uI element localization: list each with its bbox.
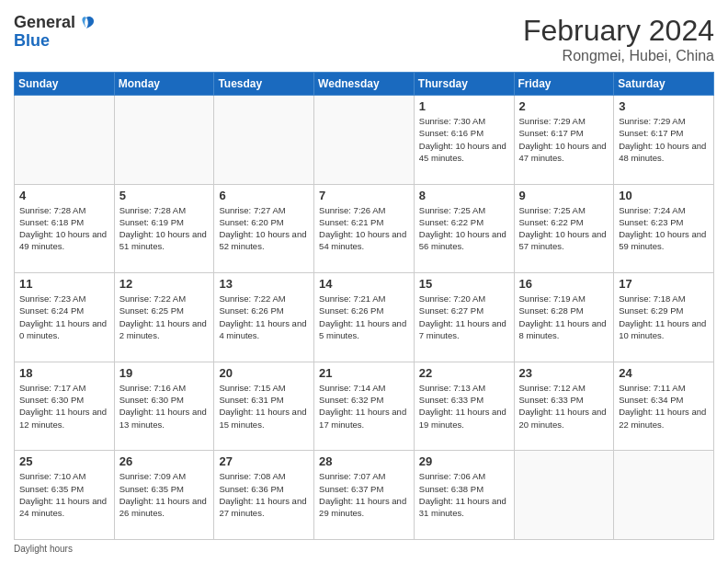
- calendar-cell: 23Sunrise: 7:12 AMSunset: 6:33 PMDayligh…: [514, 362, 614, 451]
- day-number: 12: [119, 277, 210, 291]
- day-info: Sunrise: 7:11 AMSunset: 6:34 PMDaylight:…: [619, 382, 709, 431]
- day-number: 18: [19, 366, 109, 380]
- day-number: 11: [19, 277, 109, 291]
- logo-general: General: [14, 14, 75, 32]
- day-info: Sunrise: 7:10 AMSunset: 6:35 PMDaylight:…: [19, 470, 109, 519]
- week-row-5: 25Sunrise: 7:10 AMSunset: 6:35 PMDayligh…: [15, 451, 714, 540]
- day-info: Sunrise: 7:17 AMSunset: 6:30 PMDaylight:…: [19, 382, 109, 431]
- calendar-cell: 6Sunrise: 7:27 AMSunset: 6:20 PMDaylight…: [214, 184, 314, 273]
- calendar-cell: 7Sunrise: 7:26 AMSunset: 6:21 PMDaylight…: [314, 184, 415, 273]
- calendar-cell: 2Sunrise: 7:29 AMSunset: 6:17 PMDaylight…: [514, 96, 614, 185]
- weekday-header-saturday: Saturday: [614, 73, 714, 96]
- daylight-label: Daylight hours: [14, 544, 73, 554]
- day-info: Sunrise: 7:18 AMSunset: 6:29 PMDaylight:…: [619, 293, 709, 341]
- day-number: 9: [519, 189, 609, 202]
- month-title: February 2024: [523, 14, 714, 48]
- day-info: Sunrise: 7:23 AMSunset: 6:24 PMDaylight:…: [19, 293, 109, 341]
- day-info: Sunrise: 7:22 AMSunset: 6:25 PMDaylight:…: [119, 293, 210, 341]
- calendar-cell: 29Sunrise: 7:06 AMSunset: 6:38 PMDayligh…: [414, 451, 514, 540]
- title-block: February 2024 Rongmei, Hubei, China: [523, 14, 714, 64]
- calendar-cell: 4Sunrise: 7:28 AMSunset: 6:18 PMDaylight…: [15, 184, 115, 273]
- calendar-cell: 3Sunrise: 7:29 AMSunset: 6:17 PMDaylight…: [614, 96, 714, 185]
- day-info: Sunrise: 7:20 AMSunset: 6:27 PMDaylight:…: [419, 293, 509, 341]
- day-info: Sunrise: 7:24 AMSunset: 6:23 PMDaylight:…: [619, 204, 709, 253]
- day-info: Sunrise: 7:25 AMSunset: 6:22 PMDaylight:…: [519, 204, 609, 253]
- day-info: Sunrise: 7:27 AMSunset: 6:20 PMDaylight:…: [219, 204, 309, 253]
- calendar-cell: 28Sunrise: 7:07 AMSunset: 6:37 PMDayligh…: [314, 451, 415, 540]
- calendar-cell: 14Sunrise: 7:21 AMSunset: 6:26 PMDayligh…: [314, 273, 415, 362]
- day-info: Sunrise: 7:12 AMSunset: 6:33 PMDaylight:…: [519, 382, 609, 431]
- day-number: 16: [519, 277, 609, 291]
- calendar-cell: 11Sunrise: 7:23 AMSunset: 6:24 PMDayligh…: [15, 273, 115, 362]
- day-number: 7: [319, 189, 409, 202]
- week-row-3: 11Sunrise: 7:23 AMSunset: 6:24 PMDayligh…: [15, 273, 714, 362]
- day-info: Sunrise: 7:29 AMSunset: 6:17 PMDaylight:…: [619, 115, 709, 164]
- weekday-header-wednesday: Wednesday: [314, 73, 415, 96]
- day-number: 23: [519, 366, 609, 380]
- day-number: 10: [619, 189, 709, 202]
- calendar-cell: [114, 96, 214, 185]
- calendar-cell: 16Sunrise: 7:19 AMSunset: 6:28 PMDayligh…: [514, 273, 614, 362]
- calendar-table: SundayMondayTuesdayWednesdayThursdayFrid…: [14, 72, 714, 540]
- logo-blue: Blue: [14, 31, 50, 50]
- calendar-cell: 17Sunrise: 7:18 AMSunset: 6:29 PMDayligh…: [614, 273, 714, 362]
- week-row-2: 4Sunrise: 7:28 AMSunset: 6:18 PMDaylight…: [15, 184, 714, 273]
- day-info: Sunrise: 7:21 AMSunset: 6:26 PMDaylight:…: [319, 293, 409, 341]
- weekday-header-friday: Friday: [514, 73, 614, 96]
- day-info: Sunrise: 7:07 AMSunset: 6:37 PMDaylight:…: [319, 470, 409, 519]
- day-info: Sunrise: 7:29 AMSunset: 6:17 PMDaylight:…: [519, 115, 609, 164]
- calendar-cell: 5Sunrise: 7:28 AMSunset: 6:19 PMDaylight…: [114, 184, 214, 273]
- day-number: 4: [19, 189, 109, 202]
- calendar-cell: [15, 96, 115, 185]
- weekday-header-row: SundayMondayTuesdayWednesdayThursdayFrid…: [15, 73, 714, 96]
- location: Rongmei, Hubei, China: [523, 48, 714, 64]
- day-info: Sunrise: 7:08 AMSunset: 6:36 PMDaylight:…: [219, 470, 309, 519]
- day-info: Sunrise: 7:28 AMSunset: 6:19 PMDaylight:…: [119, 204, 210, 253]
- day-number: 13: [219, 277, 309, 291]
- day-number: 24: [619, 366, 709, 380]
- day-info: Sunrise: 7:25 AMSunset: 6:22 PMDaylight:…: [419, 204, 509, 253]
- day-number: 15: [419, 277, 509, 291]
- day-info: Sunrise: 7:19 AMSunset: 6:28 PMDaylight:…: [519, 293, 609, 341]
- day-number: 2: [519, 99, 609, 113]
- calendar-cell: 25Sunrise: 7:10 AMSunset: 6:35 PMDayligh…: [15, 451, 115, 540]
- day-number: 22: [419, 366, 509, 380]
- day-number: 3: [619, 99, 709, 113]
- calendar-cell: 12Sunrise: 7:22 AMSunset: 6:25 PMDayligh…: [114, 273, 214, 362]
- day-info: Sunrise: 7:22 AMSunset: 6:26 PMDaylight:…: [219, 293, 309, 341]
- day-info: Sunrise: 7:26 AMSunset: 6:21 PMDaylight:…: [319, 204, 409, 253]
- page: General Blue February 2024 Rongmei, Hube…: [0, 0, 728, 563]
- calendar-cell: 21Sunrise: 7:14 AMSunset: 6:32 PMDayligh…: [314, 362, 415, 451]
- day-number: 19: [119, 366, 210, 380]
- calendar-cell: 9Sunrise: 7:25 AMSunset: 6:22 PMDaylight…: [514, 184, 614, 273]
- calendar-cell: 20Sunrise: 7:15 AMSunset: 6:31 PMDayligh…: [214, 362, 314, 451]
- logo-bird-icon: [77, 14, 96, 32]
- day-info: Sunrise: 7:06 AMSunset: 6:38 PMDaylight:…: [419, 470, 509, 519]
- day-number: 29: [419, 454, 509, 468]
- header: General Blue February 2024 Rongmei, Hube…: [14, 14, 714, 64]
- calendar-cell: 1Sunrise: 7:30 AMSunset: 6:16 PMDaylight…: [414, 96, 514, 185]
- day-number: 8: [419, 189, 509, 202]
- calendar-cell: 27Sunrise: 7:08 AMSunset: 6:36 PMDayligh…: [214, 451, 314, 540]
- day-info: Sunrise: 7:28 AMSunset: 6:18 PMDaylight:…: [19, 204, 109, 253]
- weekday-header-tuesday: Tuesday: [214, 73, 314, 96]
- day-info: Sunrise: 7:16 AMSunset: 6:30 PMDaylight:…: [119, 382, 210, 431]
- day-number: 26: [119, 454, 210, 468]
- day-number: 1: [419, 99, 509, 113]
- day-info: Sunrise: 7:15 AMSunset: 6:31 PMDaylight:…: [219, 382, 309, 431]
- week-row-4: 18Sunrise: 7:17 AMSunset: 6:30 PMDayligh…: [15, 362, 714, 451]
- calendar-cell: 8Sunrise: 7:25 AMSunset: 6:22 PMDaylight…: [414, 184, 514, 273]
- calendar-cell: 19Sunrise: 7:16 AMSunset: 6:30 PMDayligh…: [114, 362, 214, 451]
- day-number: 21: [319, 366, 409, 380]
- calendar-cell: [314, 96, 415, 185]
- calendar-cell: 13Sunrise: 7:22 AMSunset: 6:26 PMDayligh…: [214, 273, 314, 362]
- day-number: 17: [619, 277, 709, 291]
- day-info: Sunrise: 7:14 AMSunset: 6:32 PMDaylight:…: [319, 382, 409, 431]
- calendar-cell: 26Sunrise: 7:09 AMSunset: 6:35 PMDayligh…: [114, 451, 214, 540]
- calendar-cell: [514, 451, 614, 540]
- week-row-1: 1Sunrise: 7:30 AMSunset: 6:16 PMDaylight…: [15, 96, 714, 185]
- day-info: Sunrise: 7:09 AMSunset: 6:35 PMDaylight:…: [119, 470, 210, 519]
- weekday-header-monday: Monday: [114, 73, 214, 96]
- day-number: 27: [219, 454, 309, 468]
- calendar-cell: 24Sunrise: 7:11 AMSunset: 6:34 PMDayligh…: [614, 362, 714, 451]
